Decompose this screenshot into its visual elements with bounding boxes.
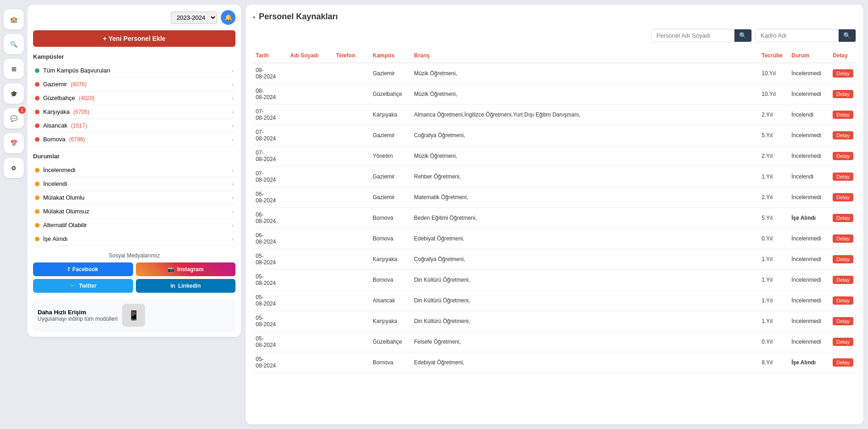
twitter-button[interactable]: 🐦 Twitter (33, 279, 133, 293)
cell-kampus: Gaziemir (370, 63, 411, 84)
top-bar: 2023-2024 🔔 (33, 10, 235, 25)
grid-btn[interactable]: ⊞ (4, 59, 24, 79)
cell-adsoyad (287, 84, 333, 105)
cell-tecrube: 2.Yıl (759, 187, 789, 208)
quick-access-text-wrap: Daha Hızlı Erişim Uygulamayı indirip tüm… (38, 309, 118, 322)
grid-icon: ⊞ (11, 66, 17, 72)
cell-adsoyad (287, 105, 333, 125)
add-personnel-button[interactable]: + Yeni Personel Ekle (33, 30, 235, 47)
graduation-btn[interactable]: 🎓 (4, 84, 24, 104)
message-icon: 💬 (10, 115, 17, 122)
cell-adsoyad (287, 208, 333, 228)
search-bar: 🔍 🔍 (253, 29, 856, 42)
cell-tarih: 05- 08-2024 (253, 270, 287, 290)
campus-item-karsiyaka[interactable]: Karşıyaka (6705) › (33, 105, 235, 119)
kampusler-title: Kampüsler (33, 53, 235, 60)
instagram-button[interactable]: 📷 Instagram (136, 262, 236, 276)
table-row: 05- 08-2024 Alsancak Din Kültürü Öğretme… (253, 290, 856, 311)
logo-btn[interactable]: 🏫 (4, 9, 24, 29)
detail-button[interactable]: Detay (833, 173, 853, 181)
col-header-brans: Branş (411, 49, 759, 63)
cell-durum: İşe Alındı (789, 352, 830, 373)
search-nav-btn[interactable]: 🔍 (4, 34, 24, 54)
personel-search-input[interactable] (652, 29, 734, 42)
page-title: Personel Kaynakları (259, 12, 338, 22)
cell-adsoyad (287, 63, 333, 84)
detail-button[interactable]: Detay (833, 111, 853, 119)
cell-durum: İncelenmedi (789, 125, 830, 146)
status-item-ise-alindi[interactable]: İşe Alındı › (33, 232, 235, 246)
dot-orange-icon (35, 209, 39, 214)
detail-button[interactable]: Detay (833, 214, 853, 222)
campus-item-bornova[interactable]: Bornova (6796) › (33, 133, 235, 146)
cell-adsoyad (287, 125, 333, 146)
message-badge: 1 (18, 106, 26, 114)
cell-detay: Detay (830, 249, 856, 270)
cell-tecrube: 1.Yıl (759, 311, 789, 332)
campus-item-guzelbahce[interactable]: Güzelbahçe (4020) › (33, 91, 235, 105)
bell-button[interactable]: 🔔 (221, 10, 235, 25)
cell-tecrube: 8.Yıl (759, 352, 789, 373)
status-item-mulakat-olumsuz[interactable]: Mülakat Olumsuz › (33, 205, 235, 218)
cell-brans: Din Kültürü Öğretmeni, (411, 270, 759, 290)
cell-detay: Detay (830, 352, 856, 373)
kadro-search-button[interactable]: 🔍 (839, 29, 856, 42)
campus-count-guzelbahce: (4020) (78, 95, 95, 101)
detail-button[interactable]: Detay (833, 358, 853, 367)
campus-count-alsancak: (1517) (71, 123, 87, 129)
detail-button[interactable]: Detay (833, 338, 853, 346)
message-btn[interactable]: 💬 1 (4, 108, 24, 128)
detail-button[interactable]: Detay (833, 255, 853, 263)
cell-telefon (333, 146, 370, 167)
detail-button[interactable]: Detay (833, 69, 853, 78)
chevron-right-icon: › (232, 137, 234, 142)
durumlar-title: Durumlar (33, 153, 235, 160)
cell-telefon (333, 84, 370, 105)
social-section: Sosyal Medyalarımız f Facebook 📷 Instagr… (33, 252, 235, 293)
status-item-mulakat-olumlu[interactable]: Mülakat Olumlu › (33, 191, 235, 205)
detail-button[interactable]: Detay (833, 131, 853, 139)
cell-adsoyad (287, 187, 333, 208)
detail-button[interactable]: Detay (833, 152, 853, 160)
cell-tarih: 07- 08-2024 (253, 146, 287, 167)
detail-button[interactable]: Detay (833, 276, 853, 284)
cell-kampus: Güzelbahçe (370, 84, 411, 105)
chevron-right-icon: › (232, 236, 234, 242)
cell-adsoyad (287, 146, 333, 167)
status-item-incelenmedi[interactable]: İncelenmedi › (33, 163, 235, 177)
kadro-search-input[interactable] (756, 29, 839, 42)
calendar-btn[interactable]: 📅 (4, 133, 24, 153)
table-row: 08- 08-2024 Güzelbahçe Müzik Öğretmeni, … (253, 84, 856, 105)
detail-button[interactable]: Detay (833, 317, 853, 325)
cell-telefon (333, 208, 370, 228)
cell-tecrube: 2.Yıl (759, 105, 789, 125)
table-row: 05- 08-2024 Karşıyaka Din Kültürü Öğretm… (253, 311, 856, 332)
detail-button[interactable]: Detay (833, 90, 853, 98)
detail-button[interactable]: Detay (833, 234, 853, 243)
campus-item-alsancak[interactable]: Alsancak (1517) › (33, 119, 235, 133)
status-item-alternatif[interactable]: Alternatif Olabilir › (33, 218, 235, 232)
cell-detay: Detay (830, 105, 856, 125)
settings-btn[interactable]: ⚙ (4, 158, 24, 178)
col-header-kampus: Kampüs (370, 49, 411, 63)
cell-durum: İncelenmedi (789, 311, 830, 332)
detail-button[interactable]: Detay (833, 193, 853, 201)
cell-tarih: 06- 08-2024 (253, 228, 287, 249)
year-select[interactable]: 2023-2024 (171, 11, 217, 24)
cell-telefon (333, 332, 370, 352)
cell-kampus: Karşıyaka (370, 249, 411, 270)
detail-button[interactable]: Detay (833, 296, 853, 305)
facebook-button[interactable]: f Facebook (33, 262, 133, 276)
cell-detay: Detay (830, 125, 856, 146)
cell-telefon (333, 167, 370, 187)
cell-tarih: 07- 08-2024 (253, 125, 287, 146)
cell-brans: Edebiyat Öğretmeni, (411, 228, 759, 249)
cell-tecrube: 2.Yıl (759, 146, 789, 167)
linkedin-button[interactable]: in Linkedin (136, 279, 236, 293)
data-table: Tarih Adı Soyadı Telefon Kampüs Branş Te… (253, 49, 856, 373)
campus-item-all[interactable]: Tüm Kampüs Başvuruları › (33, 64, 235, 78)
campus-item-gaziemir[interactable]: Gaziemir (8076) › (33, 78, 235, 91)
cell-durum: İncelendi (789, 105, 830, 125)
personel-search-button[interactable]: 🔍 (734, 29, 751, 42)
status-item-incelendi[interactable]: İncelendi › (33, 177, 235, 191)
